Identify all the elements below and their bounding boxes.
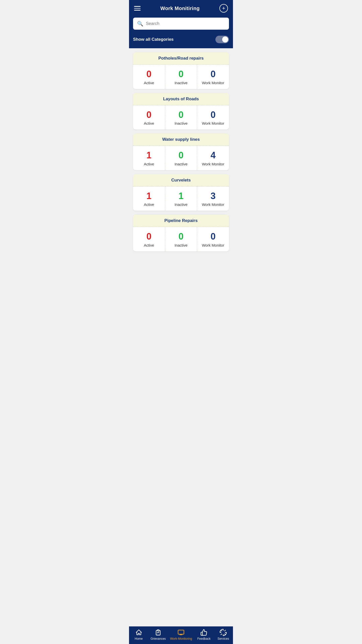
stat-active-label-pipeline: Active	[135, 243, 163, 247]
home-icon	[135, 629, 142, 636]
stat-inactive-count-potholes: 0	[167, 69, 195, 79]
search-icon: 🔍	[137, 21, 143, 27]
stat-inactive-label-potholes: Inactive	[167, 81, 195, 85]
stat-inactive-curvelets[interactable]: 1 Inactive	[165, 187, 197, 211]
stat-inactive-label-curvelets: Inactive	[167, 202, 195, 207]
stat-inactive-count-curvelets: 1	[167, 191, 195, 201]
category-title-curvelets: Curvelets	[171, 178, 191, 182]
toggle-label: Show all Categories	[133, 37, 174, 42]
bottom-nav: Home Grievances Work-Monitoring Feedback	[129, 626, 233, 644]
stat-work-monitor-count-layouts: 0	[199, 110, 227, 120]
category-card-curvelets: Curvelets 1 Active 1 Inactive 3 Work Mon…	[133, 174, 229, 211]
add-button[interactable]: +	[219, 4, 228, 13]
nav-item-grievances[interactable]: Grievances	[151, 629, 166, 640]
category-card-water: Water supply lines 1 Active 0 Inactive 4…	[133, 133, 229, 170]
category-title-layouts: Layouts of Roads	[163, 97, 199, 101]
stat-active-count-water: 1	[135, 150, 163, 160]
stat-work-monitor-label-curvelets: Work Monitor	[199, 202, 227, 207]
stat-inactive-water[interactable]: 0 Inactive	[165, 146, 197, 170]
stat-active-label-water: Active	[135, 162, 163, 166]
page-title: Work Monitiring	[160, 6, 200, 11]
category-header-pipeline: Pipeline Repairs	[133, 215, 229, 227]
search-box: 🔍	[133, 18, 229, 30]
category-title-pipeline: Pipeline Repairs	[164, 218, 198, 223]
stat-inactive-label-layouts: Inactive	[167, 121, 195, 125]
app-container: Work Monitiring + 🔍 Show all Categories …	[129, 0, 233, 644]
nav-item-services[interactable]: Services	[216, 629, 231, 640]
category-header-potholes: Potholes/Road repairs	[133, 52, 229, 64]
main-content: Potholes/Road repairs 0 Active 0 Inactiv…	[129, 48, 233, 644]
stat-work-monitor-pipeline[interactable]: 0 Work Monitor	[197, 227, 229, 251]
stat-work-monitor-count-pipeline: 0	[199, 232, 227, 242]
category-stats-potholes: 0 Active 0 Inactive 0 Work Monitor	[133, 64, 229, 89]
category-header-water: Water supply lines	[133, 133, 229, 146]
work-monitoring-icon	[177, 629, 185, 636]
stat-work-monitor-count-water: 4	[199, 150, 227, 160]
nav-label-work-monitoring: Work-Monitoring	[170, 637, 192, 640]
stat-inactive-potholes[interactable]: 0 Inactive	[165, 65, 197, 89]
category-title-potholes: Potholes/Road repairs	[158, 56, 204, 61]
svg-rect-1	[178, 630, 184, 634]
stat-work-monitor-layouts[interactable]: 0 Work Monitor	[197, 105, 229, 130]
stat-active-count-pipeline: 0	[135, 232, 163, 242]
category-stats-pipeline: 0 Active 0 Inactive 0 Work Monitor	[133, 227, 229, 251]
stat-work-monitor-label-layouts: Work Monitor	[199, 121, 227, 125]
stat-active-layouts[interactable]: 0 Active	[133, 105, 165, 130]
stat-active-water[interactable]: 1 Active	[133, 146, 165, 170]
category-stats-curvelets: 1 Active 1 Inactive 3 Work Monitor	[133, 186, 229, 211]
stat-work-monitor-label-potholes: Work Monitor	[199, 81, 227, 85]
category-card-layouts: Layouts of Roads 0 Active 0 Inactive 0 W…	[133, 93, 229, 130]
show-all-categories-toggle[interactable]	[215, 36, 229, 43]
stat-active-count-layouts: 0	[135, 110, 163, 120]
search-input[interactable]	[146, 21, 225, 26]
stat-active-curvelets[interactable]: 1 Active	[133, 187, 165, 211]
nav-label-services: Services	[217, 637, 229, 640]
stat-active-count-potholes: 0	[135, 69, 163, 79]
stat-active-count-curvelets: 1	[135, 191, 163, 201]
category-stats-layouts: 0 Active 0 Inactive 0 Work Monitor	[133, 105, 229, 130]
stat-inactive-count-water: 0	[167, 150, 195, 160]
category-title-water: Water supply lines	[162, 137, 200, 142]
nav-item-work-monitoring[interactable]: Work-Monitoring	[170, 629, 192, 640]
stat-active-label-layouts: Active	[135, 121, 163, 125]
search-container: 🔍	[129, 18, 233, 34]
nav-item-home[interactable]: Home	[131, 629, 146, 640]
grievances-icon	[155, 629, 162, 636]
nav-label-grievances: Grievances	[151, 637, 166, 640]
stat-inactive-label-water: Inactive	[167, 162, 195, 166]
category-card-pipeline: Pipeline Repairs 0 Active 0 Inactive 0 W…	[133, 215, 229, 251]
category-card-potholes: Potholes/Road repairs 0 Active 0 Inactiv…	[133, 52, 229, 89]
nav-item-feedback[interactable]: Feedback	[196, 629, 211, 640]
stat-work-monitor-potholes[interactable]: 0 Work Monitor	[197, 65, 229, 89]
stat-work-monitor-count-curvelets: 3	[199, 191, 227, 201]
stat-work-monitor-count-potholes: 0	[199, 69, 227, 79]
category-header-layouts: Layouts of Roads	[133, 93, 229, 105]
stat-active-pipeline[interactable]: 0 Active	[133, 227, 165, 251]
category-stats-water: 1 Active 0 Inactive 4 Work Monitor	[133, 146, 229, 170]
feedback-icon	[200, 629, 207, 636]
nav-label-feedback: Feedback	[197, 637, 211, 640]
stat-work-monitor-label-water: Work Monitor	[199, 162, 227, 166]
menu-button[interactable]	[134, 6, 141, 11]
stat-inactive-count-layouts: 0	[167, 110, 195, 120]
header: Work Monitiring +	[129, 0, 233, 18]
category-header-curvelets: Curvelets	[133, 174, 229, 186]
svg-rect-0	[157, 630, 159, 631]
stat-inactive-label-pipeline: Inactive	[167, 243, 195, 247]
toggle-row: Show all Categories	[129, 34, 233, 48]
stat-work-monitor-curvelets[interactable]: 3 Work Monitor	[197, 187, 229, 211]
stat-active-potholes[interactable]: 0 Active	[133, 65, 165, 89]
stat-work-monitor-water[interactable]: 4 Work Monitor	[197, 146, 229, 170]
stat-inactive-pipeline[interactable]: 0 Inactive	[165, 227, 197, 251]
stat-work-monitor-label-pipeline: Work Monitor	[199, 243, 227, 247]
services-icon	[220, 629, 227, 636]
stat-active-label-potholes: Active	[135, 81, 163, 85]
nav-label-home: Home	[135, 637, 143, 640]
stat-active-label-curvelets: Active	[135, 202, 163, 207]
stat-inactive-count-pipeline: 0	[167, 232, 195, 242]
stat-inactive-layouts[interactable]: 0 Inactive	[165, 105, 197, 130]
